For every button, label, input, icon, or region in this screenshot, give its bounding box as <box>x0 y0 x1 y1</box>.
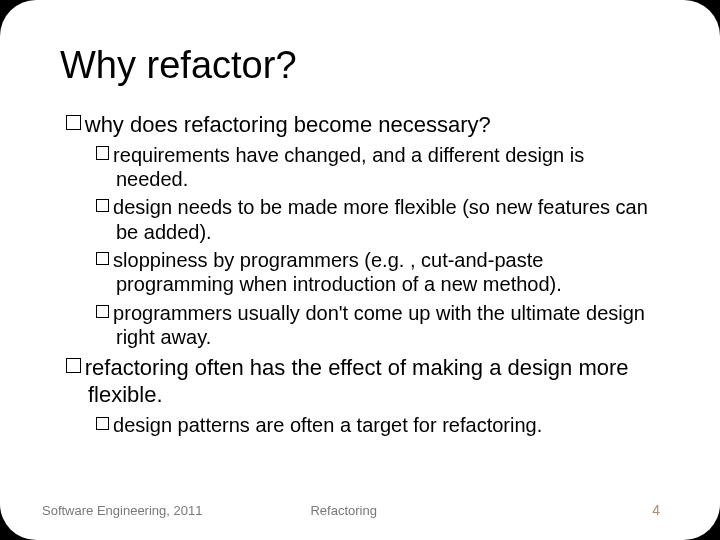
bullet-level2: requirements have changed, and a differe… <box>96 143 660 192</box>
bullet-level2: design patterns are often a target for r… <box>96 413 660 437</box>
square-bullet-icon <box>96 417 109 430</box>
square-bullet-icon <box>96 252 109 265</box>
bullet-text: design patterns are often a target for r… <box>113 414 542 436</box>
bullet-level2: sloppiness by programmers (e.g. , cut-an… <box>96 248 660 297</box>
slide-title: Why refactor? <box>60 44 660 87</box>
slide: Why refactor? why does refactoring becom… <box>0 0 720 540</box>
square-bullet-icon <box>96 199 109 212</box>
page-number: 4 <box>652 502 660 518</box>
bullet-level2: programmers usually don't come up with t… <box>96 301 660 350</box>
square-bullet-icon <box>66 115 81 130</box>
footer-left: Software Engineering, 2011 <box>42 503 202 518</box>
bullet-level2: design needs to be made more flexible (s… <box>96 195 660 244</box>
footer-center: Refactoring <box>202 503 652 518</box>
bullet-text: refactoring often has the effect of maki… <box>85 355 629 408</box>
bullet-text: programmers usually don't come up with t… <box>113 302 645 348</box>
bullet-text: requirements have changed, and a differe… <box>113 144 584 190</box>
bullet-text: sloppiness by programmers (e.g. , cut-an… <box>113 249 562 295</box>
bullet-text: why does refactoring become necessary? <box>85 112 491 137</box>
square-bullet-icon <box>96 305 109 318</box>
slide-footer: Software Engineering, 2011 Refactoring 4 <box>0 502 720 518</box>
bullet-level1: why does refactoring become necessary? <box>66 111 660 139</box>
square-bullet-icon <box>66 358 81 373</box>
bullet-text: design needs to be made more flexible (s… <box>113 196 648 242</box>
square-bullet-icon <box>96 146 109 159</box>
bullet-level1: refactoring often has the effect of maki… <box>66 354 660 409</box>
